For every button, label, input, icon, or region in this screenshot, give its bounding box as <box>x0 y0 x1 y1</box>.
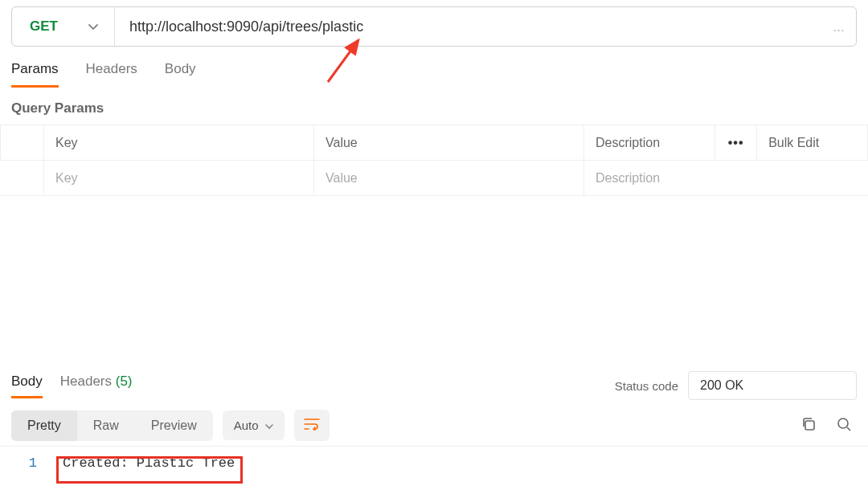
table-header-value: Value <box>314 125 584 161</box>
chevron-down-icon <box>88 20 98 33</box>
http-method-selector[interactable]: GET <box>12 7 115 46</box>
response-header-row: Body Headers (5) Status code 200 OK <box>0 371 868 400</box>
url-truncation-indicator: ... <box>833 18 856 35</box>
value-cell <box>314 161 584 196</box>
value-input[interactable] <box>326 171 572 186</box>
more-icon: ••• <box>727 136 745 150</box>
key-input[interactable] <box>55 171 302 186</box>
wrap-icon <box>304 418 320 431</box>
response-tab-body[interactable]: Body <box>11 374 43 398</box>
query-params-table: Key Value Description ••• Bulk Edit <box>0 125 868 196</box>
pretty-button[interactable]: Pretty <box>11 410 77 441</box>
response-tab-headers-label: Headers <box>60 374 112 389</box>
table-header-more[interactable]: ••• <box>715 125 757 161</box>
request-url-bar: GET ... <box>11 6 857 47</box>
bulk-edit-button[interactable]: Bulk Edit <box>757 125 868 161</box>
chevron-down-icon <box>265 418 273 432</box>
key-cell <box>44 161 314 196</box>
svg-rect-1 <box>805 421 814 430</box>
response-tabs: Body Headers (5) <box>11 374 615 398</box>
response-body-line: Created: Plastic Tree <box>51 455 235 471</box>
response-headers-count: (5) <box>116 374 133 389</box>
tab-params[interactable]: Params <box>11 61 59 88</box>
preview-button[interactable]: Preview <box>135 410 213 441</box>
url-input[interactable] <box>115 18 833 35</box>
request-tabs: Params Headers Body <box>0 47 868 88</box>
status-code-value[interactable]: 200 OK <box>688 371 857 400</box>
table-header-description: Description <box>584 125 715 161</box>
search-icon <box>836 416 852 432</box>
status-code-label: Status code <box>615 379 688 393</box>
copy-button[interactable] <box>796 411 821 439</box>
table-row <box>1 161 868 196</box>
wrap-lines-button[interactable] <box>294 410 330 441</box>
raw-button[interactable]: Raw <box>77 410 135 441</box>
line-number: 1 <box>0 455 51 471</box>
response-toolbar: Pretty Raw Preview Auto <box>0 400 868 441</box>
search-button[interactable] <box>831 411 857 439</box>
http-method-label: GET <box>30 18 58 35</box>
query-params-heading: Query Params <box>0 88 868 125</box>
response-panel: Body Headers (5) Status code 200 OK Pret… <box>0 371 868 480</box>
format-mode-label: Auto <box>234 418 259 432</box>
tab-body[interactable]: Body <box>165 61 196 88</box>
row-drag-cell <box>1 161 44 196</box>
table-header-row: Key Value Description ••• Bulk Edit <box>1 125 868 161</box>
svg-line-3 <box>847 427 850 431</box>
description-input[interactable] <box>596 171 857 186</box>
tab-headers[interactable]: Headers <box>86 61 137 88</box>
format-auto-dropdown[interactable]: Auto <box>223 410 285 440</box>
response-body-viewer[interactable]: 1 Created: Plastic Tree <box>0 446 868 480</box>
view-mode-group: Pretty Raw Preview <box>11 410 213 441</box>
table-header-key: Key <box>44 125 314 161</box>
response-tab-headers[interactable]: Headers (5) <box>60 374 133 398</box>
table-header-blank <box>1 125 44 161</box>
copy-icon <box>800 416 817 432</box>
description-cell <box>584 161 868 196</box>
svg-point-2 <box>838 418 848 428</box>
